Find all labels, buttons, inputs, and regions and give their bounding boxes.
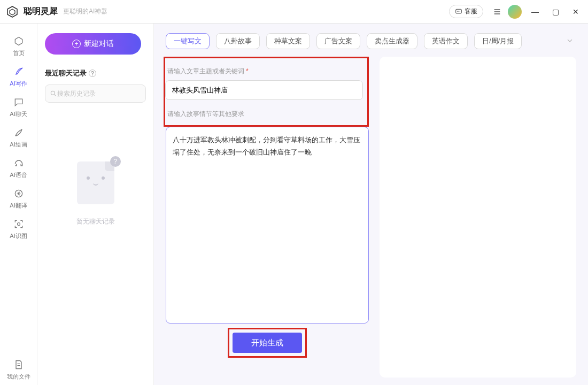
sidebar-label: AI写作 — [10, 80, 27, 88]
highlight-box-inputs: 请输入文章主题或者关键词* 请输入故事情节等其他要求 — [164, 57, 369, 127]
question-bubble-icon: ? — [110, 156, 121, 167]
template-tags: 一键写文 八卦故事 种草文案 广告文案 卖点生成器 英语作文 日/周/月报 — [166, 33, 576, 49]
plus-icon: + — [72, 40, 81, 48]
app-logo-icon — [5, 5, 19, 19]
svg-point-6 — [51, 91, 55, 95]
new-chat-label: 新建对话 — [84, 39, 114, 49]
chat-bubble-icon — [13, 96, 25, 108]
sidebar-label: AI翻译 — [10, 202, 27, 210]
sidebar-item-translate[interactable]: AI翻译 — [3, 183, 35, 214]
titlebar: 聪明灵犀 更聪明的AI神器 客服 — ▢ ✕ — [0, 0, 588, 24]
file-icon — [13, 359, 25, 371]
support-label: 客服 — [465, 7, 477, 16]
sidebar-item-files[interactable]: 我的文件 — [3, 355, 35, 385]
sidebar-label: AI聊天 — [10, 110, 27, 118]
window-minimize-button[interactable]: — — [528, 7, 542, 16]
result-panel — [380, 57, 576, 378]
tag-selling[interactable]: 卖点生成器 — [367, 33, 417, 49]
expand-tags-button[interactable] — [563, 34, 576, 49]
tag-ad[interactable]: 广告文案 — [316, 33, 360, 49]
topic-label: 请输入文章主题或者关键词* — [167, 67, 363, 76]
sidebar-item-voice[interactable]: AI语音 — [3, 153, 35, 183]
tag-gossip[interactable]: 八卦故事 — [216, 33, 260, 49]
feather-icon — [13, 66, 25, 78]
chevron-down-icon — [566, 36, 574, 45]
empty-text: 暂无聊天记录 — [76, 217, 115, 226]
sidebar-label: AI识图 — [10, 232, 27, 240]
search-icon — [50, 90, 57, 97]
sidebar-item-write[interactable]: AI写作 — [3, 61, 35, 92]
svg-point-2 — [458, 11, 459, 11]
window-close-button[interactable]: ✕ — [569, 7, 583, 16]
empty-state: ? 暂无聊天记录 — [45, 161, 146, 226]
cube-icon — [13, 35, 25, 47]
sidebar-item-image[interactable]: AI识图 — [3, 214, 35, 244]
help-icon[interactable]: ? — [89, 70, 96, 77]
tag-seeding[interactable]: 种草文案 — [266, 33, 310, 49]
generate-button[interactable]: 开始生成 — [233, 333, 302, 353]
new-chat-button[interactable]: + 新建对话 — [45, 33, 141, 55]
sidebar-label: 我的文件 — [7, 373, 30, 381]
tag-one-click[interactable]: 一键写文 — [166, 33, 210, 49]
history-panel: + 新建对话 最近聊天记录 ? ? 暂无聊天记录 — [37, 24, 154, 385]
sidebar-label: 首页 — [13, 49, 25, 57]
translate-icon — [13, 188, 25, 199]
avatar[interactable] — [508, 5, 522, 19]
tag-report[interactable]: 日/周/月报 — [474, 33, 522, 49]
window-maximize-button[interactable]: ▢ — [548, 7, 562, 16]
highlight-box-generate: 开始生成 — [228, 328, 307, 358]
form-column: 请输入文章主题或者关键词* 请输入故事情节等其他要求 开始生成 — [166, 57, 369, 378]
history-title: 最近聊天记录 ? — [45, 68, 146, 78]
sidebar-item-chat[interactable]: AI聊天 — [3, 92, 35, 122]
detail-textarea[interactable] — [166, 127, 369, 324]
sidebar-label: AI绘画 — [10, 141, 27, 149]
brush-icon — [13, 127, 25, 138]
svg-point-1 — [457, 11, 458, 11]
support-button[interactable]: 客服 — [449, 5, 483, 18]
detail-label: 请输入故事情节等其他要求 — [167, 110, 363, 119]
app-tagline: 更聪明的AI神器 — [63, 7, 107, 16]
sidebar: 首页 AI写作 AI聊天 AI绘画 AI语音 AI翻译 AI识图 我 — [0, 24, 37, 385]
chat-icon — [455, 8, 462, 16]
topic-input[interactable] — [165, 80, 363, 100]
menu-button[interactable] — [490, 4, 505, 19]
app-name: 聪明灵犀 — [24, 6, 58, 17]
svg-point-5 — [17, 223, 20, 226]
search-input[interactable] — [57, 90, 141, 97]
sidebar-item-draw[interactable]: AI绘画 — [3, 122, 35, 153]
main-content: 一键写文 八卦故事 种草文案 广告文案 卖点生成器 英语作文 日/周/月报 请输… — [154, 24, 588, 385]
sidebar-item-home[interactable]: 首页 — [3, 31, 35, 61]
menu-icon — [493, 7, 501, 16]
history-search[interactable] — [45, 84, 146, 103]
scan-icon — [13, 218, 25, 230]
sidebar-label: AI语音 — [10, 171, 27, 179]
tag-english[interactable]: 英语作文 — [424, 33, 468, 49]
headphones-icon — [13, 157, 25, 169]
svg-point-3 — [460, 11, 460, 11]
